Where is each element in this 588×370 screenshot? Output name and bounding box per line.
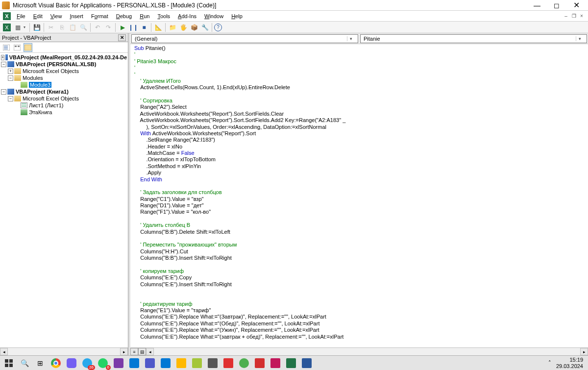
collapse-icon[interactable]: − xyxy=(8,96,13,101)
scroll-right-icon[interactable]: ▸ xyxy=(120,348,128,355)
toolbox-button[interactable]: 🔧 xyxy=(200,23,210,32)
toggle-folders-button[interactable] xyxy=(24,43,32,52)
paste-button[interactable]: 📋 xyxy=(68,23,77,32)
run-button[interactable]: ▶ xyxy=(118,23,127,32)
mdi-restore[interactable]: ❐ xyxy=(570,13,577,20)
start-button[interactable] xyxy=(3,357,15,369)
app-red-icon[interactable] xyxy=(254,357,266,369)
project-hscroll[interactable]: ◂ ▸ xyxy=(0,347,128,355)
help-button[interactable]: ? xyxy=(214,24,222,31)
insert-dropdown[interactable]: ▾ xyxy=(24,25,27,29)
notepadpp-icon[interactable] xyxy=(191,357,203,369)
telegram-icon[interactable]: 26 xyxy=(81,357,93,369)
break-button[interactable]: ❙❙ xyxy=(128,23,138,32)
menu-edit[interactable]: Edit xyxy=(29,12,47,20)
excel-icon[interactable]: X xyxy=(3,12,11,20)
app-ruby-icon[interactable] xyxy=(270,357,281,369)
system-tray[interactable]: ˄ 15:19 29.03.2024 xyxy=(548,357,585,369)
menu-tools[interactable]: Tools xyxy=(153,12,174,20)
design-mode-button[interactable]: 📐 xyxy=(153,23,163,32)
calculator-icon[interactable] xyxy=(207,357,219,369)
project-icon xyxy=(7,89,14,95)
view-code-button[interactable] xyxy=(2,43,11,52)
svg-rect-13 xyxy=(9,359,13,363)
word-taskbar-icon[interactable] xyxy=(301,357,313,369)
search-button[interactable]: 🔍 xyxy=(19,357,30,369)
project-explorer-button[interactable]: 📁 xyxy=(168,23,177,32)
whatsapp-icon[interactable]: 6 xyxy=(97,357,109,369)
collapse-icon[interactable]: − xyxy=(1,62,6,67)
procedure-dropdown-value: Pitanie xyxy=(364,36,380,42)
menu-run[interactable]: Run xyxy=(136,12,153,20)
tree-module3[interactable]: Module3 xyxy=(1,81,127,88)
tree-folder-modules[interactable]: − Modules xyxy=(1,74,127,81)
viber-icon[interactable] xyxy=(66,357,77,369)
tree-project-book1[interactable]: − VBAProject (Книга1) xyxy=(1,88,127,95)
menu-addins[interactable]: Add-Ins xyxy=(174,12,200,20)
scroll-left-icon[interactable]: ◂ xyxy=(0,348,8,355)
procedure-dropdown[interactable]: Pitanie ▾ xyxy=(360,34,587,43)
snipping-icon[interactable] xyxy=(222,357,234,369)
collapse-icon[interactable]: − xyxy=(8,75,13,81)
outlook-icon[interactable] xyxy=(128,357,140,369)
workbook-icon xyxy=(21,109,27,115)
expand-icon[interactable]: + xyxy=(1,55,4,60)
svg-rect-11 xyxy=(24,45,31,50)
save-button[interactable]: 💾 xyxy=(32,23,42,32)
explorer-icon[interactable] xyxy=(175,357,187,369)
menu-help[interactable]: Help xyxy=(227,12,246,20)
mdi-minimize[interactable]: – xyxy=(563,13,569,20)
chrome-icon[interactable] xyxy=(50,357,62,369)
menu-view[interactable]: View xyxy=(47,12,66,20)
project-panel-close[interactable]: ✕ xyxy=(118,34,126,41)
excel-taskbar-icon[interactable] xyxy=(285,357,297,369)
expand-icon[interactable]: + xyxy=(8,69,13,74)
project-panel-title: Project - VBAProject xyxy=(2,35,51,41)
task-view-button[interactable]: ⊞ xyxy=(34,357,46,369)
code-editor[interactable]: Sub Pitanie() ' ' Pitanie3 Макрос ' ' ' … xyxy=(130,44,588,347)
tree-folder-excel-objects-2[interactable]: − Microsoft Excel Objects xyxy=(1,95,127,102)
properties-button[interactable]: 🖐 xyxy=(178,23,188,32)
menu-insert[interactable]: Insert xyxy=(66,12,87,20)
minimize-button[interactable]: — xyxy=(527,0,547,10)
vba-app-icon xyxy=(2,1,10,9)
copy-button[interactable]: ⎘ xyxy=(57,23,67,32)
onenote-icon[interactable] xyxy=(113,357,124,369)
view-object-button[interactable] xyxy=(13,43,22,52)
tree-project-mealreport[interactable]: + VBAProject (MealReport_05.02.24-29.03.… xyxy=(1,54,127,61)
menu-format[interactable]: Format xyxy=(87,12,112,20)
menu-file[interactable]: File xyxy=(13,12,29,20)
view-excel-button[interactable]: X xyxy=(2,23,12,32)
svg-text:X: X xyxy=(5,25,9,30)
reset-button[interactable]: ■ xyxy=(139,23,149,32)
find-button[interactable]: 🔍 xyxy=(78,23,88,32)
worksheet-icon xyxy=(21,102,27,108)
remote-desktop-icon[interactable] xyxy=(160,357,172,369)
undo-button[interactable]: ↶ xyxy=(93,23,102,32)
teams-icon[interactable] xyxy=(144,357,156,369)
tree-project-personal[interactable]: − VBAProject (PERSONAL.XLSB) xyxy=(1,61,127,68)
project-tree[interactable]: + VBAProject (MealReport_05.02.24-29.03.… xyxy=(0,53,128,347)
maximize-button[interactable]: ◻ xyxy=(547,0,566,10)
object-browser-button[interactable]: 📦 xyxy=(189,23,199,32)
full-module-view-button[interactable]: ▤ xyxy=(138,348,146,355)
scroll-left-icon[interactable]: ◂ xyxy=(146,348,154,355)
tree-folder-excel-objects[interactable]: + Microsoft Excel Objects xyxy=(1,68,127,74)
scroll-right-icon[interactable]: ▸ xyxy=(580,348,588,355)
cut-button[interactable]: ✂ xyxy=(46,23,56,32)
procedure-view-button[interactable]: ≡ xyxy=(130,348,138,355)
object-dropdown[interactable]: (General) ▾ xyxy=(131,34,358,43)
close-button[interactable]: ✕ xyxy=(566,0,586,10)
mdi-close[interactable]: × xyxy=(578,13,585,20)
tree-thisworkbook[interactable]: ЭтаКнига xyxy=(1,109,127,116)
menu-window[interactable]: Window xyxy=(200,12,227,20)
app-green-icon[interactable] xyxy=(238,357,250,369)
titlebar: Microsoft Visual Basic for Applications … xyxy=(0,0,588,11)
clock[interactable]: 15:19 29.03.2024 xyxy=(556,357,585,369)
tree-sheet1[interactable]: Лист1 (Лист1) xyxy=(1,102,127,109)
insert-object-button[interactable]: ▦ xyxy=(13,23,23,32)
menu-debug[interactable]: Debug xyxy=(112,12,136,20)
redo-button[interactable]: ↷ xyxy=(103,23,113,32)
collapse-icon[interactable]: − xyxy=(1,89,6,95)
tray-chevron-icon[interactable]: ˄ xyxy=(548,360,551,366)
